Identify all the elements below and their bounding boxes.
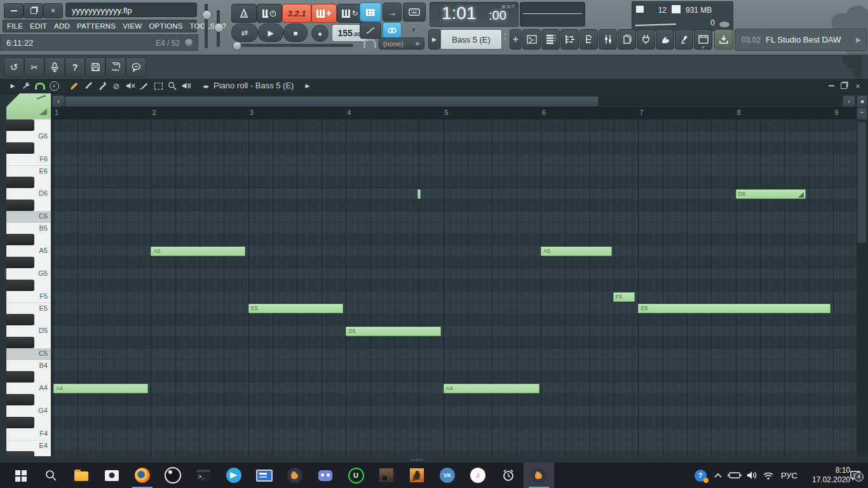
black-key[interactable] bbox=[6, 314, 34, 325]
taskbar-app-fl-studio-active[interactable] bbox=[524, 463, 554, 488]
browser-button[interactable] bbox=[580, 29, 598, 50]
piano-key-a4[interactable]: A4 bbox=[6, 383, 51, 394]
tray-notifications-icon[interactable]: 4 bbox=[844, 463, 867, 488]
black-key[interactable] bbox=[6, 257, 34, 268]
left-resize-handle[interactable]: •••• bbox=[2, 269, 8, 280]
follow-playback-toggle[interactable]: → bbox=[383, 3, 402, 22]
taskbar-app-search[interactable] bbox=[36, 463, 66, 488]
scroll-end-button[interactable] bbox=[857, 95, 867, 107]
recording-blend-button[interactable]: + bbox=[311, 4, 337, 23]
main-pitch-slider[interactable] bbox=[217, 10, 220, 47]
piano-key-ds6[interactable] bbox=[6, 177, 51, 188]
black-key[interactable] bbox=[6, 337, 34, 348]
shuffle-slider[interactable] bbox=[233, 44, 353, 47]
cut-button[interactable]: ✂ bbox=[24, 57, 44, 77]
piano-roll-button[interactable] bbox=[560, 29, 579, 50]
piano-key-ds4[interactable] bbox=[6, 451, 51, 456]
delete-tool-icon[interactable]: ⊘ bbox=[111, 80, 122, 92]
taskbar-app-telegram[interactable] bbox=[219, 463, 249, 488]
taskbar-app-obs-studio[interactable] bbox=[158, 463, 188, 488]
snap-magnet-icon[interactable] bbox=[34, 80, 46, 92]
piano-key-cs5[interactable] bbox=[6, 337, 51, 348]
save-new-version-button[interactable] bbox=[105, 57, 126, 77]
taskbar-app-counter-strike[interactable] bbox=[402, 463, 432, 488]
timeline-ruler[interactable]: 123456789 bbox=[51, 107, 857, 120]
menu-item-add[interactable]: ADD bbox=[54, 22, 70, 30]
menu-item-tools[interactable]: TOOLS bbox=[190, 22, 215, 30]
play-button[interactable]: ▶ bbox=[258, 24, 283, 42]
scroll-left-button[interactable]: ‹ bbox=[52, 95, 65, 107]
taskbar-app-camera[interactable] bbox=[97, 463, 127, 488]
piano-key-g6[interactable]: G6 bbox=[6, 131, 51, 142]
draw-tool-icon[interactable] bbox=[69, 80, 80, 92]
playback-tool-icon[interactable] bbox=[180, 80, 192, 92]
plugin-picker-button[interactable] bbox=[637, 29, 655, 50]
note-a4[interactable]: A4 bbox=[53, 384, 148, 393]
menu-item-file[interactable]: FILE bbox=[7, 22, 23, 30]
note-f5[interactable]: F5 bbox=[613, 292, 635, 302]
download-sounds-button[interactable] bbox=[714, 29, 733, 50]
piano-key-as5[interactable] bbox=[6, 234, 51, 245]
note-properties-corner[interactable] bbox=[6, 93, 51, 119]
taskbar-app-world-of-tanks[interactable] bbox=[371, 463, 402, 488]
oscilloscope-panel[interactable] bbox=[520, 2, 585, 27]
tray-speaker-icon[interactable] bbox=[743, 463, 760, 488]
taskbar-app-alarms[interactable] bbox=[493, 463, 524, 488]
piano-key-c6[interactable]: C6 bbox=[6, 211, 51, 222]
app-close-button[interactable]: × bbox=[43, 3, 63, 18]
black-key[interactable] bbox=[6, 451, 34, 456]
slice-tool-icon[interactable] bbox=[139, 80, 150, 92]
taskbar-app-discord[interactable] bbox=[310, 463, 341, 488]
typing-keyboard-to-piano-toggle[interactable] bbox=[403, 3, 426, 22]
channel-rack-button[interactable] bbox=[541, 29, 560, 50]
black-key[interactable] bbox=[6, 200, 34, 211]
scroll-up-button[interactable]: ⌃ bbox=[857, 107, 867, 120]
piano-key-e5[interactable]: E5 bbox=[6, 302, 51, 314]
scroll-right-button[interactable]: › bbox=[843, 95, 855, 107]
piano-key-e4[interactable]: E4 bbox=[6, 440, 51, 451]
pattern-prev-button[interactable]: ▶ bbox=[428, 29, 440, 50]
tray-help-icon[interactable]: ? bbox=[690, 463, 710, 488]
pattern-song-toggle[interactable]: ⇄ bbox=[231, 24, 258, 42]
piano-key-gs4[interactable] bbox=[6, 394, 51, 405]
taskbar-app-start[interactable] bbox=[5, 463, 36, 488]
horizontal-scrollbar[interactable] bbox=[65, 95, 855, 106]
options-wrench-icon[interactable] bbox=[20, 80, 32, 92]
menu-icon[interactable]: ≡ bbox=[48, 80, 60, 92]
taskbar-app-iobit-uninstaller[interactable]: U bbox=[341, 463, 371, 488]
wait-for-input-button[interactable] bbox=[257, 4, 282, 23]
black-key[interactable] bbox=[6, 177, 34, 188]
mixer-button[interactable] bbox=[599, 29, 617, 50]
taskbar-app-itunes[interactable]: ♪ bbox=[463, 463, 493, 488]
link-toggle[interactable] bbox=[383, 22, 402, 39]
taskbar-app-remote-desktop[interactable] bbox=[249, 463, 280, 488]
help-button[interactable]: ? bbox=[65, 57, 85, 77]
piano-key-gs5[interactable] bbox=[6, 257, 51, 268]
taskbar-app-file-explorer[interactable] bbox=[66, 463, 97, 488]
note-d6[interactable]: D6 bbox=[736, 189, 806, 199]
taskbar-app-vk[interactable]: VK bbox=[432, 463, 463, 488]
black-key[interactable] bbox=[6, 394, 34, 405]
black-key[interactable] bbox=[6, 142, 34, 154]
vertical-scroll-thumb[interactable] bbox=[858, 122, 866, 243]
preview-notes-icon[interactable]: ◂▸ bbox=[200, 80, 212, 92]
note-d5[interactable]: D5 bbox=[346, 327, 441, 336]
main-volume-slider[interactable] bbox=[205, 4, 208, 48]
hint-panel-button[interactable] bbox=[126, 57, 146, 77]
note-e5[interactable]: E5 bbox=[248, 304, 343, 313]
note-d6[interactable] bbox=[417, 189, 421, 199]
collapse-arrow-icon[interactable]: ▶ bbox=[9, 80, 17, 92]
pr-close-button[interactable]: × bbox=[853, 81, 863, 91]
piano-key-b4[interactable]: B4 bbox=[6, 360, 51, 371]
app-restore-button[interactable] bbox=[24, 3, 43, 18]
news-bar[interactable]: 03.02 FL Studio Best DAW ▶ bbox=[735, 29, 867, 51]
piano-key-ds5[interactable] bbox=[6, 314, 51, 325]
step-edit-toggle[interactable] bbox=[360, 3, 381, 22]
piano-key-a5[interactable]: A5 bbox=[6, 245, 51, 257]
more-options-button[interactable]: ▼ bbox=[403, 22, 424, 37]
taskbar-app-fl-studio[interactable] bbox=[280, 463, 310, 488]
piano-key-as4[interactable] bbox=[6, 371, 51, 383]
menu-item-view[interactable]: VIEW bbox=[123, 22, 142, 30]
piano-key-e6[interactable]: E6 bbox=[6, 165, 51, 177]
black-key[interactable] bbox=[6, 280, 34, 291]
